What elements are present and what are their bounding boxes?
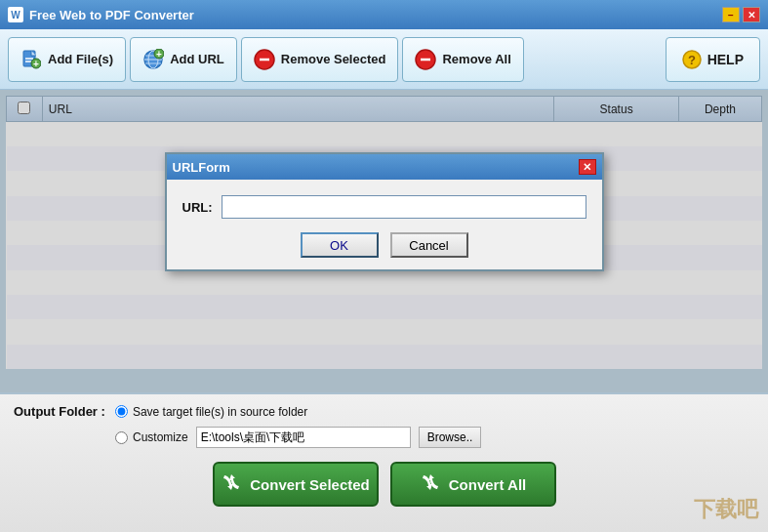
remove-all-button[interactable]: Remove All [402, 37, 523, 82]
customize-row: Customize Browse.. [115, 427, 754, 448]
add-files-button[interactable]: + Add File(s) [8, 37, 126, 82]
dialog-url-label: URL: [182, 200, 214, 215]
dialog-url-row: URL: [182, 195, 586, 219]
output-folder-label: Output Folder : [14, 404, 105, 419]
save-source-option[interactable]: Save target file(s) in source folder [115, 405, 307, 419]
bottom-panel: Output Folder : Save target file(s) in s… [0, 392, 768, 532]
remove-selected-label: Remove Selected [281, 52, 386, 66]
convert-all-label: Convert All [449, 476, 526, 493]
toolbar: + Add File(s) + Add URL Remove Sel [0, 29, 768, 90]
window-controls: − ✕ [722, 7, 760, 22]
svg-text:+: + [156, 49, 162, 60]
window-title: Free Web to PDF Converter [29, 8, 194, 22]
watermark: 下载吧 [694, 495, 758, 524]
convert-all-button[interactable]: Convert All [390, 462, 556, 507]
output-folder-row: Output Folder : Save target file(s) in s… [14, 404, 754, 419]
recycle-icon [221, 471, 242, 493]
customize-option[interactable]: Customize [115, 430, 188, 444]
add-url-icon: + [142, 49, 164, 70]
svg-text:?: ? [688, 53, 696, 67]
document-icon: + [21, 50, 41, 69]
dialog-title: URLForm [173, 160, 230, 175]
convert-buttons: Convert Selected Convert All [14, 462, 754, 507]
save-source-label: Save target file(s) in source folder [133, 405, 307, 419]
remove-icon [254, 49, 275, 70]
add-url-label: Add URL [170, 52, 224, 66]
dialog-title-bar: URLForm ✕ [167, 154, 602, 180]
app-icon: W [8, 7, 23, 22]
help-button[interactable]: ? HELP [666, 37, 760, 82]
svg-text:+: + [33, 59, 39, 69]
title-bar: W Free Web to PDF Converter − ✕ [0, 0, 768, 29]
customize-label: Customize [133, 430, 188, 444]
convert-all-icon [420, 471, 441, 498]
help-label: HELP [707, 52, 744, 67]
dialog-cancel-button[interactable]: Cancel [390, 232, 468, 258]
dialog-url-input[interactable] [222, 195, 586, 219]
dialog-close-button[interactable]: ✕ [579, 159, 596, 175]
minimize-button[interactable]: − [722, 7, 740, 22]
add-url-button[interactable]: + Add URL [130, 37, 237, 82]
dialog-overlay: URLForm ✕ URL: OK Cancel [0, 90, 768, 392]
dialog-ok-button[interactable]: OK [301, 232, 379, 258]
add-files-icon: + [20, 49, 42, 70]
dialog-buttons: OK Cancel [182, 232, 586, 258]
remove-selected-button[interactable]: Remove Selected [241, 37, 399, 82]
close-button[interactable]: ✕ [743, 7, 760, 22]
remove-selected-icon [254, 49, 275, 70]
remove-all-icon-svg [415, 49, 436, 70]
convert-selected-icon [221, 471, 242, 498]
globe-icon: + [142, 49, 164, 70]
remove-all-label: Remove All [442, 52, 510, 66]
remove-all-icon [415, 49, 436, 70]
title-bar-left: W Free Web to PDF Converter [8, 7, 194, 22]
url-form-dialog: URLForm ✕ URL: OK Cancel [165, 152, 604, 271]
dialog-body: URL: OK Cancel [167, 180, 602, 269]
recycle-all-icon [420, 471, 441, 493]
convert-selected-label: Convert Selected [250, 476, 370, 493]
browse-button[interactable]: Browse.. [419, 427, 482, 448]
convert-selected-button[interactable]: Convert Selected [213, 462, 379, 507]
add-files-label: Add File(s) [48, 52, 113, 66]
customize-path-input[interactable] [196, 427, 411, 448]
customize-radio[interactable] [115, 431, 128, 444]
help-icon: ? [682, 50, 702, 69]
save-source-radio[interactable] [115, 405, 128, 418]
